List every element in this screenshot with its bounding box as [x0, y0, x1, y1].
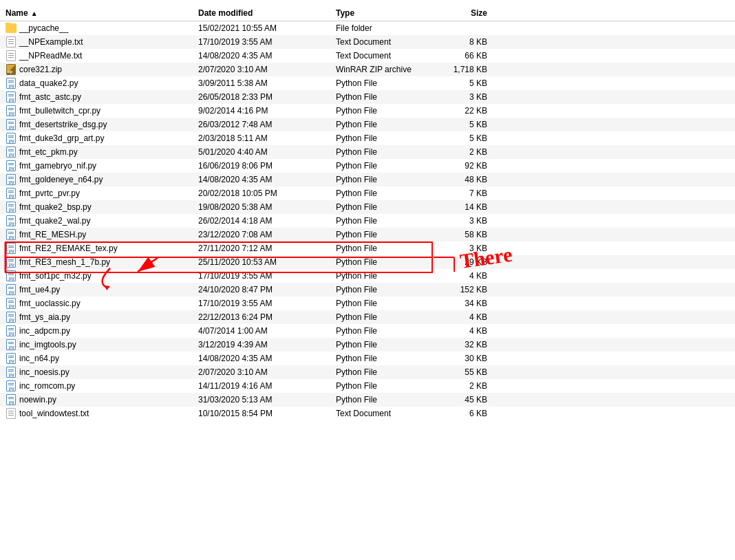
- py-icon: [6, 133, 17, 144]
- file-name-cell: __pycache__: [6, 23, 198, 34]
- table-row[interactable]: fmt_pvrtc_pvr.py 20/02/2018 10:05 PM Pyt…: [0, 186, 735, 200]
- file-size: 7 KB: [446, 189, 501, 198]
- table-row[interactable]: tool_windowtest.txt 10/10/2015 8:54 PM T…: [0, 407, 735, 420]
- table-row[interactable]: inc_noesis.py 2/07/2020 3:10 AM Python F…: [0, 365, 735, 379]
- file-name: tool_windowtest.txt: [19, 409, 89, 418]
- table-row[interactable]: fmt_duke3d_grp_art.py 2/03/2018 5:11 AM …: [0, 131, 735, 145]
- file-size: 5 KB: [446, 133, 501, 143]
- file-date: 24/10/2020 8:47 PM: [198, 285, 336, 294]
- txt-icon: [6, 50, 17, 61]
- file-name-cell: core321.zip: [6, 64, 198, 75]
- table-row[interactable]: fmt_ue4.py 24/10/2020 8:47 PM Python Fil…: [0, 283, 735, 297]
- file-size: 4 KB: [446, 271, 501, 281]
- file-name-cell: fmt_uoclassic.py: [6, 298, 198, 309]
- file-type: Python File: [336, 395, 446, 405]
- table-row[interactable]: fmt_etc_pkm.py 5/01/2020 4:40 AM Python …: [0, 145, 735, 159]
- table-row[interactable]: noewin.py 31/03/2020 5:13 AM Python File…: [0, 393, 735, 407]
- table-row[interactable]: fmt_uoclassic.py 17/10/2019 3:55 AM Pyth…: [0, 297, 735, 310]
- file-type: Python File: [336, 92, 446, 102]
- table-row[interactable]: core321.zip 2/07/2020 3:10 AM WinRAR ZIP…: [0, 63, 735, 76]
- file-name-cell: noewin.py: [6, 394, 198, 405]
- file-name-cell: fmt_quake2_wal.py: [6, 215, 198, 226]
- file-name-cell: fmt_RE3_mesh_1_7b.py: [6, 257, 198, 268]
- file-name-cell: fmt_ys_aia.py: [6, 312, 198, 323]
- folder-icon: [6, 23, 17, 34]
- file-size: 8 KB: [446, 37, 501, 47]
- file-name: fmt_quake2_wal.py: [19, 216, 90, 226]
- file-date: 14/11/2019 4:16 AM: [198, 381, 336, 391]
- py-icon: [6, 147, 17, 158]
- file-size: 92 KB: [446, 161, 501, 171]
- file-date: 31/03/2020 5:13 AM: [198, 395, 336, 405]
- py-icon: [6, 325, 17, 336]
- file-list-header[interactable]: Name ▲ Date modified Type Size: [0, 6, 735, 21]
- file-size: 3 KB: [446, 216, 501, 226]
- file-size: 5 KB: [446, 78, 501, 88]
- file-date: 15/02/2021 10:55 AM: [198, 23, 336, 33]
- file-size: 58 KB: [446, 230, 501, 239]
- py-icon: [6, 339, 17, 350]
- table-row[interactable]: fmt_astc_astc.py 26/05/2018 2:33 PM Pyth…: [0, 90, 735, 104]
- header-size[interactable]: Size: [446, 8, 501, 18]
- file-name-cell: fmt_pvrtc_pvr.py: [6, 188, 198, 199]
- file-date: 17/10/2019 3:55 AM: [198, 37, 336, 47]
- file-type: Python File: [336, 147, 446, 157]
- file-size: 30 KB: [446, 354, 501, 363]
- table-row[interactable]: __pycache__ 15/02/2021 10:55 AM File fol…: [0, 21, 735, 35]
- table-row[interactable]: __NPExample.txt 17/10/2019 3:55 AM Text …: [0, 35, 735, 49]
- file-name: inc_noesis.py: [19, 367, 70, 377]
- file-name: fmt_pvrtc_pvr.py: [19, 189, 80, 198]
- table-row[interactable]: fmt_quake2_bsp.py 19/08/2020 5:38 AM Pyt…: [0, 200, 735, 214]
- file-date: 22/12/2013 6:24 PM: [198, 312, 336, 322]
- file-type: Python File: [336, 106, 446, 116]
- table-row[interactable]: fmt_RE3_mesh_1_7b.py 25/11/2020 10:53 AM…: [0, 255, 735, 269]
- table-row[interactable]: inc_adpcm.py 4/07/2014 1:00 AM Python Fi…: [0, 324, 735, 338]
- table-row[interactable]: fmt_bulletwitch_cpr.py 9/02/2014 4:16 PM…: [0, 104, 735, 118]
- file-type: Python File: [336, 133, 446, 143]
- table-row[interactable]: fmt_quake2_wal.py 26/02/2014 4:18 AM Pyt…: [0, 214, 735, 228]
- file-type: Python File: [336, 285, 446, 294]
- py-icon: [6, 270, 17, 281]
- file-type: Python File: [336, 354, 446, 363]
- table-row[interactable]: fmt_desertstrike_dsg.py 26/03/2012 7:48 …: [0, 118, 735, 131]
- file-type: Python File: [336, 120, 446, 129]
- file-type: Text Document: [336, 409, 446, 418]
- file-date: 26/03/2012 7:48 AM: [198, 120, 336, 129]
- file-type: Text Document: [336, 51, 446, 61]
- table-row[interactable]: fmt_sof1pc_m32.py 17/10/2019 3:55 AM Pyt…: [0, 269, 735, 283]
- file-type: Python File: [336, 340, 446, 349]
- file-name: __pycache__: [19, 23, 68, 33]
- file-name: fmt_duke3d_grp_art.py: [19, 133, 104, 143]
- table-row[interactable]: __NPReadMe.txt 14/08/2020 4:35 AM Text D…: [0, 49, 735, 63]
- file-name: fmt_ys_aia.py: [19, 312, 70, 322]
- py-icon: [6, 353, 17, 364]
- file-name-cell: fmt_astc_astc.py: [6, 91, 198, 103]
- py-icon: [6, 215, 17, 226]
- header-date[interactable]: Date modified: [198, 8, 336, 18]
- table-row[interactable]: data_quake2.py 3/09/2011 5:38 AM Python …: [0, 76, 735, 90]
- file-name-cell: fmt_gamebryo_nif.py: [6, 160, 198, 171]
- file-name: inc_imgtools.py: [19, 340, 76, 349]
- file-name: data_quake2.py: [19, 78, 78, 88]
- table-row[interactable]: fmt_goldeneye_n64.py 14/08/2020 4:35 AM …: [0, 173, 735, 186]
- header-type[interactable]: Type: [336, 8, 446, 18]
- file-name: core321.zip: [19, 65, 62, 74]
- py-icon: [6, 174, 17, 185]
- table-row[interactable]: fmt_gamebryo_nif.py 16/06/2019 8:06 PM P…: [0, 159, 735, 173]
- table-row[interactable]: fmt_RE_MESH.py 23/12/2020 7:08 AM Python…: [0, 228, 735, 241]
- table-row[interactable]: inc_imgtools.py 3/12/2019 4:39 AM Python…: [0, 338, 735, 352]
- file-name-cell: inc_adpcm.py: [6, 325, 198, 336]
- header-name[interactable]: Name ▲: [6, 8, 198, 18]
- py-icon: [6, 367, 17, 378]
- file-date: 25/11/2020 10:53 AM: [198, 257, 336, 267]
- file-name: fmt_goldeneye_n64.py: [19, 175, 103, 184]
- file-size: 3 KB: [446, 92, 501, 102]
- table-row[interactable]: inc_romcom.py 14/11/2019 4:16 AM Python …: [0, 379, 735, 393]
- table-row[interactable]: fmt_ys_aia.py 22/12/2013 6:24 PM Python …: [0, 310, 735, 324]
- txt-icon: [6, 408, 17, 419]
- file-name: fmt_uoclassic.py: [19, 299, 81, 308]
- file-date: 9/02/2014 4:16 PM: [198, 106, 336, 116]
- file-size: 4 KB: [446, 326, 501, 336]
- table-row[interactable]: fmt_RE2_REMAKE_tex.py 27/11/2020 7:12 AM…: [0, 241, 735, 255]
- table-row[interactable]: inc_n64.py 14/08/2020 4:35 AM Python Fil…: [0, 352, 735, 365]
